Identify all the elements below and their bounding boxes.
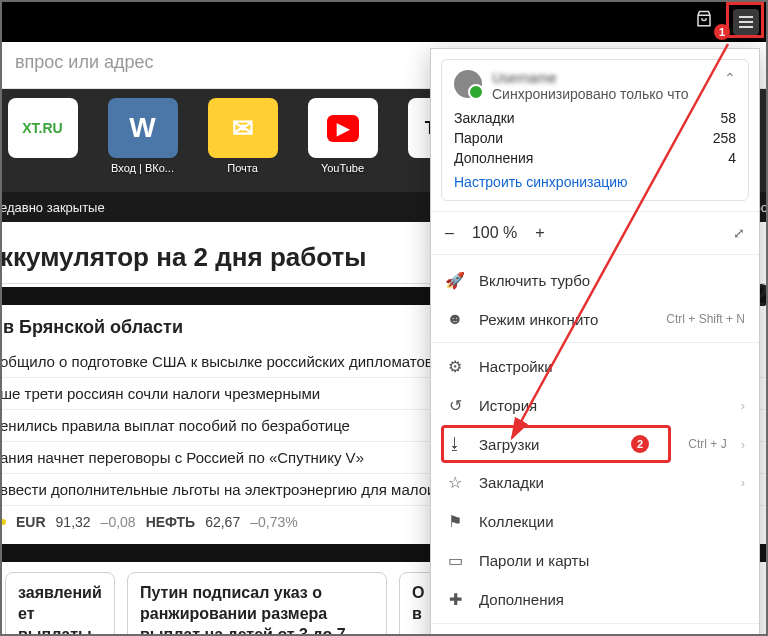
star-icon: ☆	[445, 473, 465, 492]
card-icon: ▭	[445, 551, 465, 570]
tile-logo: ▶	[308, 98, 378, 158]
zoom-in-button[interactable]: +	[535, 224, 544, 242]
tile-logo: XT.RU	[8, 98, 78, 158]
recently-closed[interactable]: едавно закрытые	[0, 200, 105, 215]
zoom-value: 100 %	[472, 224, 517, 242]
sync-card: Username Синхронизировано только что ⌃ З…	[441, 59, 749, 201]
download-icon: ⭳	[445, 435, 465, 453]
puzzle-icon: ✚	[445, 590, 465, 609]
menu-turbo[interactable]: 🚀 Включить турбо	[431, 261, 759, 300]
menu-bookmarks[interactable]: ☆ Закладки ›	[431, 463, 759, 502]
menu-settings[interactable]: ⚙ Настройки	[431, 347, 759, 386]
tile-label: Почта	[200, 162, 285, 174]
tile-label: Вход | ВКо...	[100, 162, 185, 174]
tile-label: YouTube	[300, 162, 385, 174]
tile-logo: ✉	[208, 98, 278, 158]
tile[interactable]: ▶ YouTube	[300, 98, 385, 174]
menu-downloads[interactable]: ⭳ Загрузки 2 Ctrl + J ›	[431, 425, 759, 463]
chevron-right-icon: ›	[741, 475, 745, 490]
history-icon: ↺	[445, 396, 465, 415]
menu-incognito[interactable]: ☻ Режим инкогнито Ctrl + Shift + N	[431, 300, 759, 338]
avatar[interactable]	[454, 70, 482, 98]
main-menu-popup: Username Синхронизировано только что ⌃ З…	[430, 48, 760, 636]
hamburger-highlight: 1	[726, 2, 764, 38]
dot-icon	[0, 519, 6, 525]
tile[interactable]: W Вход | ВКо...	[100, 98, 185, 174]
menu-history[interactable]: ↺ История ›	[431, 386, 759, 425]
chevron-right-icon: ›	[741, 437, 745, 452]
fullscreen-icon[interactable]: ⤢	[733, 225, 745, 241]
annotation-badge-2: 2	[631, 435, 649, 453]
shopping-bag-icon[interactable]	[695, 10, 713, 33]
title-bar: 1	[0, 0, 768, 42]
sync-status: Синхронизировано только что	[492, 86, 714, 102]
gear-icon: ⚙	[445, 357, 465, 376]
menu-items: 🚀 Включить турбо ☻ Режим инкогнито Ctrl …	[431, 255, 759, 636]
flag-icon: ⚑	[445, 512, 465, 531]
tile[interactable]: ✉ Почта	[200, 98, 285, 174]
menu-addons[interactable]: ✚ Дополнения	[431, 580, 759, 619]
annotation-badge-1: 1	[714, 24, 730, 40]
chevron-up-icon[interactable]: ⌃	[724, 70, 736, 86]
news-card[interactable]: Путин подписал указ о ранжировании разме…	[127, 572, 387, 636]
zoom-out-button[interactable]: –	[445, 224, 454, 242]
chevron-right-icon: ›	[741, 398, 745, 413]
rocket-icon: 🚀	[445, 271, 465, 290]
menu-collections[interactable]: ⚑ Коллекции	[431, 502, 759, 541]
main-menu-button[interactable]	[733, 9, 759, 35]
tile[interactable]: XT.RU	[0, 98, 85, 162]
incognito-icon: ☻	[445, 310, 465, 328]
news-card[interactable]: заявлений ет выплаты портал	[5, 572, 115, 636]
sync-username: Username	[492, 70, 714, 86]
address-placeholder: впрос или адрес	[15, 52, 153, 72]
configure-sync-link[interactable]: Настроить синхронизацию	[454, 174, 736, 190]
sync-stats: Закладки58 Пароли258 Дополнения4	[454, 110, 736, 166]
menu-more[interactable]: ⋯ Дополнительно ›	[431, 628, 759, 636]
tile-logo: W	[108, 98, 178, 158]
menu-passwords[interactable]: ▭ Пароли и карты	[431, 541, 759, 580]
zoom-row: – 100 % + ⤢	[431, 211, 759, 255]
